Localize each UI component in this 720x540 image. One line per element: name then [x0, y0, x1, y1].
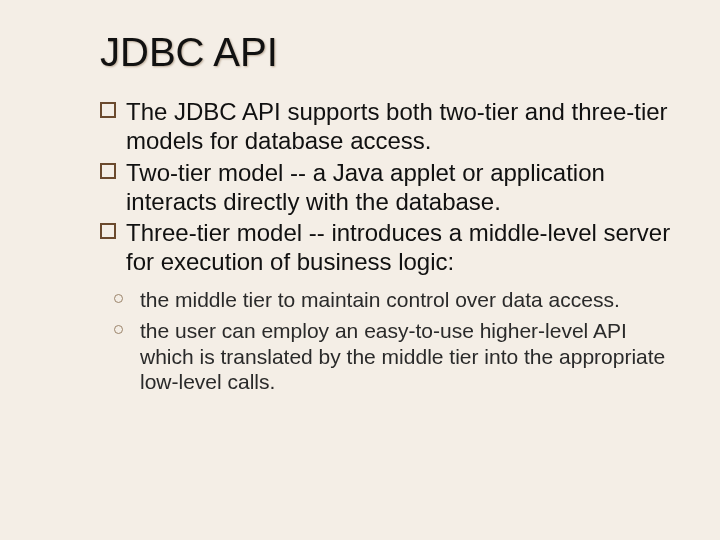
sub-bullet-list: the middle tier to maintain control over…	[100, 287, 680, 395]
box-bullet-icon	[100, 223, 116, 239]
ring-bullet-icon	[114, 294, 123, 303]
sub-bullet-text: the middle tier to maintain control over…	[140, 288, 620, 311]
sub-bullet-item: the middle tier to maintain control over…	[100, 287, 680, 313]
bullet-item: Three-tier model -- introduces a middle-…	[100, 218, 680, 277]
box-bullet-icon	[100, 163, 116, 179]
bullet-item: The JDBC API supports both two-tier and …	[100, 97, 680, 156]
body-text: The JDBC API supports both two-tier and …	[100, 97, 680, 395]
sub-bullet-text: the user can employ an easy-to-use highe…	[140, 319, 665, 393]
bullet-item: Two-tier model -- a Java applet or appli…	[100, 158, 680, 217]
box-bullet-icon	[100, 102, 116, 118]
bullet-text: Two-tier model -- a Java applet or appli…	[126, 159, 605, 215]
bullet-text: The JDBC API supports both two-tier and …	[126, 98, 668, 154]
slide-title: JDBC API	[100, 30, 680, 75]
bullet-text: Three-tier model -- introduces a middle-…	[126, 219, 670, 275]
slide: JDBC API The JDBC API supports both two-…	[0, 0, 720, 540]
ring-bullet-icon	[114, 325, 123, 334]
sub-bullet-item: the user can employ an easy-to-use highe…	[100, 318, 680, 395]
